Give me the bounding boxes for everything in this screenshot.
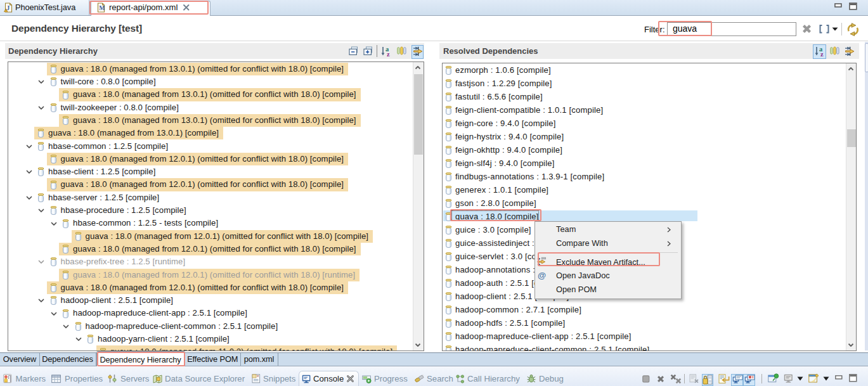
svg-text:J: J bbox=[6, 4, 10, 11]
svg-text:z: z bbox=[387, 51, 390, 57]
svg-text:z: z bbox=[820, 51, 824, 57]
